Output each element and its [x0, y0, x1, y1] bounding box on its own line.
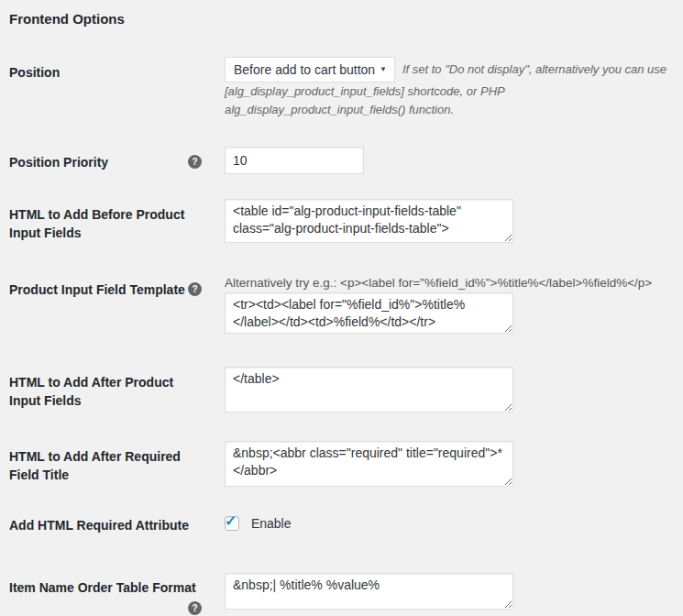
- html-after-required-textarea[interactable]: &nbsp;<abbr class="required" title="requ…: [225, 441, 513, 487]
- row-required-attribute: Add HTML Required Attribute ✓ Enable: [9, 487, 678, 534]
- position-select[interactable]: Before add to cart button ▼: [225, 57, 395, 82]
- html-after-textarea[interactable]: </table>: [225, 367, 513, 412]
- field-template-label: Product Input Field Template: [9, 282, 185, 297]
- field-template-textarea[interactable]: <tr><td><label for="%field_id%">%title%<…: [225, 292, 513, 334]
- help-icon[interactable]: ?: [188, 282, 202, 296]
- settings-section: Frontend Options Position Before add to …: [0, 0, 683, 615]
- position-label: Position: [9, 65, 60, 80]
- enable-checkbox-label: Enable: [251, 516, 292, 531]
- item-name-format-textarea[interactable]: &nbsp;| %title% %value%: [225, 573, 513, 610]
- chevron-down-icon: ▼: [380, 58, 387, 82]
- page-title: Frontend Options: [9, 11, 678, 27]
- row-html-after-required: HTML to Add After Required Field Title &…: [9, 412, 678, 487]
- html-before-label: HTML to Add Before Product Input Fields: [9, 207, 184, 240]
- enable-checkbox[interactable]: ✓: [225, 516, 239, 531]
- position-select-value: Before add to cart button: [234, 62, 375, 77]
- required-attribute-label: Add HTML Required Attribute: [9, 518, 189, 533]
- item-name-format-label: Item Name Order Table Format: [9, 580, 196, 595]
- html-before-textarea[interactable]: <table id="alg-product-input-fields-tabl…: [225, 199, 513, 243]
- row-position-priority: ? Position Priority: [9, 118, 678, 174]
- help-icon[interactable]: ?: [188, 601, 202, 615]
- row-html-after: HTML to Add After Product Input Fields <…: [9, 334, 678, 412]
- row-field-template: ? Product Input Field Template Alternati…: [9, 243, 678, 334]
- row-html-before: HTML to Add Before Product Input Fields …: [9, 174, 678, 243]
- check-icon: ✓: [225, 513, 237, 530]
- position-priority-label: Position Priority: [9, 155, 108, 170]
- help-icon[interactable]: ?: [188, 155, 202, 169]
- row-position: Position Before add to cart button ▼ If …: [9, 27, 678, 118]
- field-template-hint: Alternatively try e.g.: <p><label for="%…: [225, 275, 678, 292]
- html-after-required-label: HTML to Add After Required Field Title: [9, 449, 181, 482]
- html-after-label: HTML to Add After Product Input Fields: [9, 375, 173, 408]
- position-priority-input[interactable]: [225, 147, 364, 174]
- row-item-name-format: Item Name Order Table Format ? &nbsp;| %…: [9, 534, 678, 615]
- frontend-options-table: Position Before add to cart button ▼ If …: [9, 27, 678, 615]
